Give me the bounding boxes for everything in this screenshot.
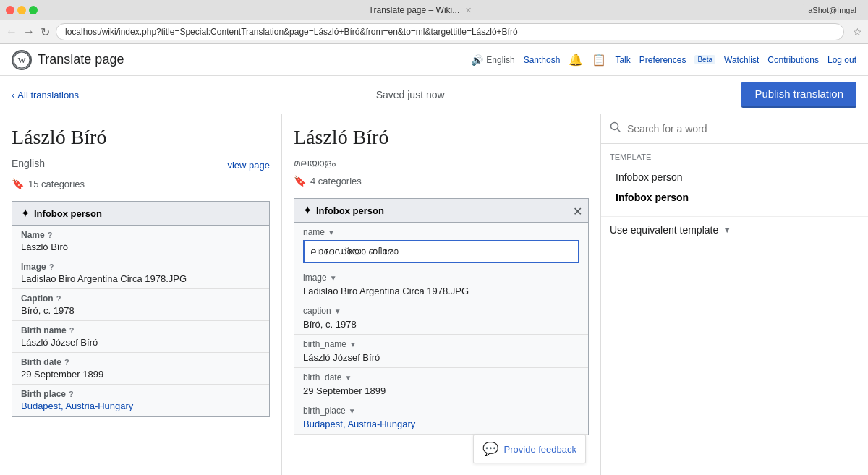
svg-line-3 [617,129,620,132]
target-birth-name-label: birth_name [303,339,346,349]
image-help-icon[interactable]: ? [49,262,54,271]
equivalent-expand-icon: ▼ [723,225,731,235]
name-help-icon[interactable]: ? [48,231,53,239]
feedback-label: Provide feedback [504,444,576,455]
template-item-2[interactable]: Infobox person [610,187,859,207]
template-section: Template Infobox person Infobox person [601,144,868,216]
wiki-page-title: Translate page [38,52,471,67]
target-name-label: name [303,227,325,237]
birth-name-help-icon[interactable]: ? [69,326,75,335]
source-categories-row: 🔖 15 categories [12,178,270,189]
browser-chrome: Translate page – Wiki... ✕ aShot@Imgal ←… [0,0,868,44]
source-field-birth-place: Birth place ? Budapest, Austria-Hungary [12,385,269,416]
birth-date-field-expand-icon[interactable]: ▼ [344,374,352,382]
main-area: László Bíró English view page 🔖 15 categ… [0,114,868,475]
target-birth-place-value: Budapest, Austria-Hungary [303,419,579,429]
feedback-widget[interactable]: 💬 Provide feedback [473,435,586,463]
view-page-link[interactable]: view page [227,160,270,171]
wiki-notice-icon[interactable]: 📋 [592,53,606,67]
target-panel: László Bíró മലയാളം 🔖 4 categories ✕ ✦ In… [282,114,600,475]
caption-help-icon[interactable]: ? [56,294,61,303]
target-birth-place-label: birth_place [303,406,346,416]
target-name-input[interactable] [303,240,579,263]
browser-forward-btn[interactable]: → [23,25,35,38]
browser-titlebar: Translate page – Wiki... ✕ aShot@Imgal [0,0,868,20]
browser-reload-btn[interactable]: ↻ [41,25,50,39]
wiki-beta-badge: Beta [694,55,715,64]
birth-name-field-expand-icon[interactable]: ▼ [349,341,357,348]
browser-maximize-dot[interactable] [29,6,38,14]
target-image-value: Ladislao Biro Argentina Circa 1978.JPG [303,286,579,296]
source-caption-value: Bíró, c. 1978 [21,305,260,316]
target-field-name: name ▼ [294,223,588,268]
wiki-logo: W [12,50,32,70]
svg-text:W: W [17,56,25,64]
wiki-user-link[interactable]: Santhosh [524,55,561,65]
target-categories-row: 🔖 4 categories [294,175,589,187]
search-icon [610,121,621,136]
template-section-label: Template [610,153,859,161]
publish-translation-button[interactable]: Publish translation [741,82,856,108]
browser-minimize-dot[interactable] [17,6,26,14]
birth-place-field-expand-icon[interactable]: ▼ [349,407,356,415]
browser-close-dot[interactable] [6,6,14,14]
wiki-preferences-link[interactable]: Preferences [639,55,686,65]
source-language-label: English [12,158,45,169]
source-infobox-title: Infobox person [34,208,102,219]
dictionary-panel: Template Infobox person Infobox person U… [600,114,868,475]
image-field-expand-icon[interactable]: ▼ [330,274,337,282]
target-language-label: മലയാളം [294,158,589,169]
browser-controls [6,6,38,14]
browser-user-badge: aShot@Imgal [802,4,862,16]
source-categories-count: 15 categories [28,179,85,189]
wiki-talk-link[interactable]: Talk [615,55,630,65]
dictionary-search-box [601,114,868,144]
save-status-text: Saved just now [79,89,742,100]
target-infobox-puzzle-icon: ✦ [303,205,312,216]
dictionary-search-input[interactable] [627,123,859,134]
browser-back-btn[interactable]: ← [6,25,17,38]
target-caption-value: Bíró, c. 1978 [303,319,579,330]
source-birth-date-value: 29 September 1899 [21,369,260,380]
source-field-caption: Caption ? Bíró, c. 1978 [12,289,269,321]
birth-place-help-icon[interactable]: ? [69,390,74,398]
equivalent-template-row[interactable]: Use equivalent template ▼ [601,216,868,243]
infobox-close-button[interactable]: ✕ [573,205,582,218]
categories-icon: 🔖 [12,178,24,189]
back-arrow-icon: ‹ [12,90,14,100]
browser-tab-title: Translate page – Wiki... ✕ [38,5,802,15]
source-infobox-puzzle-icon: ✦ [21,207,30,219]
wiki-watchlist-link[interactable]: Watchlist [724,55,759,65]
target-field-birth-date: birth_date ▼ 29 September 1899 [294,368,588,401]
source-field-birth-date: Birth date ? 29 September 1899 [12,353,269,385]
wiki-logout-link[interactable]: Log out [827,55,856,65]
wiki-lang-text: English [486,55,514,65]
top-action-bar: ‹ All translations Saved just now Publis… [0,76,868,114]
source-name-value: László Bíró [21,241,260,252]
equivalent-template-text: Use equivalent template [610,224,718,236]
back-link-text: All translations [17,90,79,100]
wiki-nav: 🔊 English Santhosh 🔔 📋 Talk Preferences … [471,53,856,67]
wiki-contributions-link[interactable]: Contributions [767,55,819,65]
source-field-name: Name ? László Bíró [12,226,269,257]
target-birth-date-value: 29 September 1899 [303,385,579,396]
source-lang-row: English view page [12,158,270,172]
source-article-title: László Bíró [12,126,270,149]
birth-date-help-icon[interactable]: ? [64,358,69,367]
name-field-expand-icon[interactable]: ▼ [328,228,335,236]
browser-addressbar: ← → ↻ localhost/wiki/index.php?title=Spe… [0,20,868,43]
target-image-label: image [303,273,327,283]
wiki-header: W Translate page 🔊 English Santhosh 🔔 📋 … [0,44,868,76]
target-field-image: image ▼ Ladislao Biro Argentina Circa 19… [294,268,588,301]
source-image-value: Ladislao Biro Argentina Circa 1978.JPG [21,273,260,284]
source-birth-name-value: László József Bíró [21,337,260,348]
browser-bookmark-icon[interactable]: ☆ [853,26,862,38]
wiki-bell-icon[interactable]: 🔔 [569,53,583,67]
template-item-1[interactable]: Infobox person [610,167,859,187]
source-panel: László Bíró English view page 🔖 15 categ… [0,114,282,475]
back-to-translations-link[interactable]: ‹ All translations [12,90,79,100]
target-categories-icon: 🔖 [294,175,306,187]
browser-url-bar[interactable]: localhost/wiki/index.php?title=Special:C… [56,23,844,40]
caption-field-expand-icon[interactable]: ▼ [334,307,341,315]
target-article-title: László Bíró [294,126,589,149]
